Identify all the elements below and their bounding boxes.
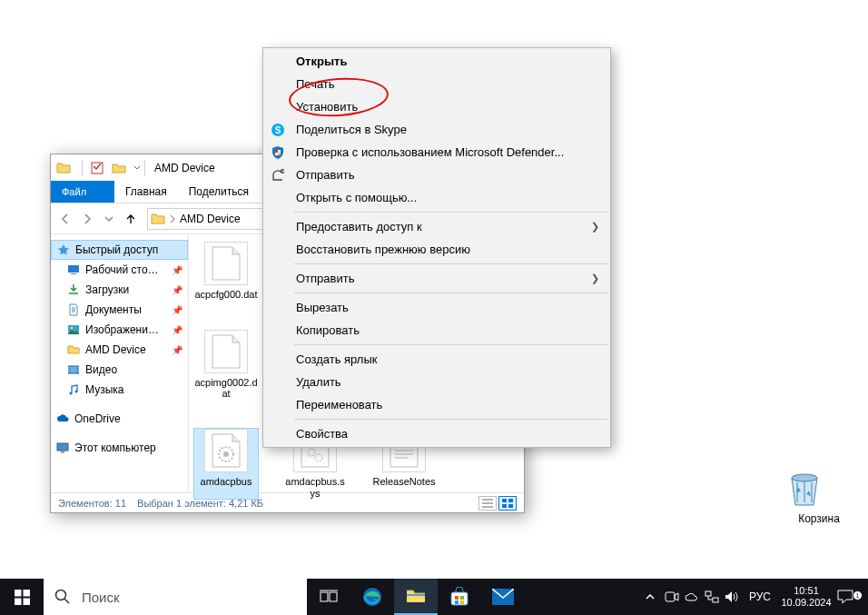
tray-meet-now[interactable] (665, 590, 685, 603)
task-view-button[interactable] (307, 579, 350, 615)
sidebar-item-video[interactable]: Видео (51, 360, 188, 380)
sidebar-item-documents[interactable]: Документы 📌 (51, 300, 188, 320)
tab-file[interactable]: Файл (51, 181, 114, 203)
pin-icon: 📌 (172, 345, 182, 355)
tray-language[interactable]: РУС (745, 590, 775, 603)
menu-label: Открыть (296, 55, 347, 68)
svg-rect-15 (502, 499, 507, 502)
tray-network[interactable] (705, 590, 725, 603)
sidebar-item-downloads[interactable]: Загрузки 📌 (51, 280, 188, 300)
tray-volume[interactable] (725, 590, 745, 603)
context-create-shortcut[interactable]: Создать ярлык (263, 348, 610, 371)
sidebar-this-pc[interactable]: Этот компьютер (51, 438, 188, 458)
file-item[interactable]: amdacpbus (194, 429, 258, 499)
menu-label: Отправить (296, 272, 354, 285)
sidebar-item-desktop[interactable]: Рабочий сто… 📌 (51, 260, 188, 280)
start-button[interactable] (0, 579, 44, 615)
tray-action-center[interactable]: 1 (837, 590, 864, 604)
context-install[interactable]: Установить (263, 95, 610, 118)
nav-recent-button[interactable] (98, 208, 120, 230)
taskbar: Поиск РУС 10:51 10.09.2024 1 (0, 579, 868, 615)
svg-rect-37 (460, 600, 464, 604)
svg-rect-26 (15, 598, 22, 605)
file-item[interactable]: acpimg0002.dat (194, 330, 258, 400)
skype-icon: S (271, 123, 285, 137)
context-print[interactable]: Печать (263, 73, 610, 95)
context-share-skype[interactable]: S Поделиться в Skype (263, 118, 610, 141)
status-selection: Выбран 1 элемент: 4,21 КБ (137, 498, 263, 509)
tab-share[interactable]: Поделиться (178, 181, 260, 203)
context-restore-previous[interactable]: Восстановить прежнюю версию (263, 238, 610, 261)
menu-label: Вырезать (296, 301, 349, 314)
context-give-access[interactable]: Предоставить доступ к❯ (263, 215, 610, 238)
tray-overflow-button[interactable] (645, 591, 665, 602)
menu-label: Отправить (296, 168, 354, 182)
context-open[interactable]: Открыть (263, 50, 610, 73)
view-details-button[interactable] (478, 496, 497, 511)
chevron-down-icon (104, 213, 113, 225)
breadcrumb-segment[interactable]: AMD Device (180, 213, 241, 225)
properties-qat-icon[interactable] (90, 161, 104, 175)
sidebar-item-music[interactable]: Музыка (51, 380, 188, 400)
search-icon (54, 589, 71, 605)
tab-home[interactable]: Главная (114, 181, 178, 203)
separator (294, 293, 608, 293)
menu-label: Переименовать (296, 398, 382, 412)
window-title: AMD Device (154, 162, 215, 174)
svg-rect-9 (57, 443, 68, 451)
context-share[interactable]: Отправить (263, 164, 610, 186)
view-large-icons-button[interactable] (498, 496, 517, 511)
share-icon (271, 168, 285, 183)
svg-rect-39 (666, 592, 675, 601)
sidebar-label: Этот компьютер (74, 441, 156, 454)
recycle-bin[interactable]: Корзина (784, 469, 853, 525)
grid-icon (502, 499, 513, 508)
chevron-right-icon: ❯ (591, 221, 599, 233)
status-item-count: Элементов: 11 (58, 498, 126, 509)
recycle-bin-icon (784, 469, 824, 509)
taskbar-app-edge[interactable] (350, 579, 394, 615)
context-send-to[interactable]: Отправить❯ (263, 267, 610, 290)
navigation-pane[interactable]: Быстрый доступ Рабочий сто… 📌 Загрузки 📌… (51, 234, 189, 492)
tray-onedrive[interactable] (685, 591, 705, 602)
context-cut[interactable]: Вырезать (263, 296, 610, 319)
chevron-right-icon[interactable] (169, 213, 176, 224)
menu-label: Свойства (296, 427, 348, 441)
sidebar-label: Видео (85, 363, 117, 376)
badge-icon: 1 (853, 590, 863, 600)
new-folder-qat-icon[interactable] (112, 161, 126, 175)
file-item[interactable]: acpcfg000.dat (194, 242, 258, 301)
taskbar-app-explorer[interactable] (394, 579, 438, 615)
context-delete[interactable]: Удалить (263, 371, 610, 393)
windows-icon (15, 590, 30, 605)
camera-icon (665, 590, 679, 603)
context-defender-scan[interactable]: Проверка с использованием Microsoft Defe… (263, 141, 610, 164)
context-open-with[interactable]: Открыть с помощью... (263, 186, 610, 209)
sidebar-item-pictures[interactable]: Изображени… 📌 (51, 320, 188, 340)
tray-clock[interactable]: 10:51 10.09.2024 (775, 585, 837, 608)
sidebar-onedrive[interactable]: OneDrive (51, 409, 188, 429)
taskbar-app-mail[interactable] (481, 579, 525, 615)
taskbar-app-store[interactable] (438, 579, 481, 615)
separator (294, 212, 608, 213)
sidebar-item-amd-device[interactable]: AMD Device 📌 (51, 340, 188, 360)
svg-rect-34 (455, 596, 459, 600)
nav-forward-button[interactable] (76, 208, 98, 230)
recycle-bin-label: Корзина (784, 512, 853, 525)
qat-dropdown-icon[interactable] (133, 161, 141, 175)
desktop-icon (67, 263, 80, 276)
file-name: ReleaseNotes (372, 476, 436, 488)
taskbar-search[interactable]: Поиск (44, 579, 307, 615)
context-rename[interactable]: Переименовать (263, 393, 610, 416)
mail-icon (492, 589, 514, 605)
context-copy[interactable]: Копировать (263, 319, 610, 342)
svg-text:1: 1 (856, 592, 860, 599)
context-properties[interactable]: Свойства (263, 422, 610, 445)
folder-icon (56, 161, 71, 175)
music-icon (67, 383, 80, 396)
nav-up-button[interactable] (120, 208, 142, 230)
sidebar-quick-access[interactable]: Быстрый доступ (51, 240, 188, 260)
menu-label: Копировать (296, 323, 360, 337)
nav-back-button[interactable] (54, 208, 76, 230)
file-name: amdacpbus.sys (283, 476, 347, 499)
